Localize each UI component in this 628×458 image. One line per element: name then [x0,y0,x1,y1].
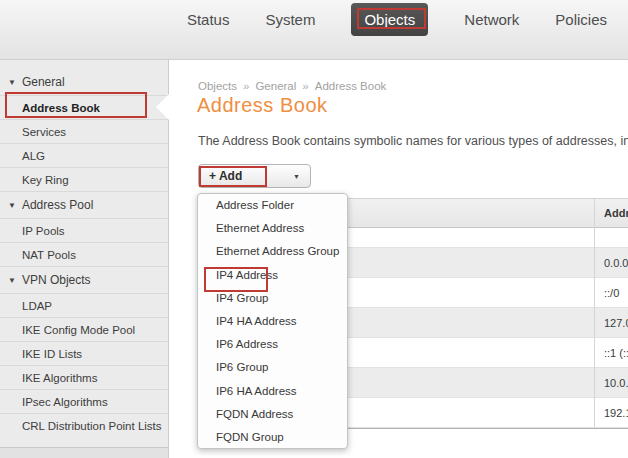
column-divider [594,199,595,428]
breadcrumb-separator: » [302,80,308,92]
main-content: Objects»General»Address Book Address Boo… [170,60,628,458]
nav-tab-objects[interactable]: Objects [351,3,428,36]
sidebar-item-ldap[interactable]: LDAP [0,294,168,318]
selected-item-notch [156,93,170,121]
menu-item-fqdn-address[interactable]: FQDN Address [198,403,347,426]
menu-item-ip4-address[interactable]: IP4 Address [198,264,347,287]
cell-address: 192.16 [604,407,628,419]
cell-address: 127.0.0 [604,317,628,329]
menu-item-ip6-address[interactable]: IP6 Address [198,333,347,356]
main-nav: Status System Objects Network Policies [187,3,607,35]
menu-item-address-folder[interactable]: Address Folder [198,194,347,217]
sidebar-footer-strip [0,447,168,458]
sidebar-item-key-ring[interactable]: Key Ring [0,168,168,192]
sidebar-section-label: General [22,75,65,89]
sidebar-item-ike-config-mode-pool[interactable]: IKE Config Mode Pool [0,318,168,342]
breadcrumb-separator: » [243,80,249,92]
sidebar-item-ipsec-algorithms[interactable]: IPsec Algorithms [0,390,168,414]
sidebar-section-general[interactable]: ▼General [0,69,168,96]
sidebar-section-address-pool[interactable]: ▼Address Pool [0,192,168,219]
nav-tab-network[interactable]: Network [464,11,519,28]
breadcrumb: Objects»General»Address Book [198,80,386,92]
sidebar-item-crl-distribution-point-lists[interactable]: CRL Distribution Point Lists [0,414,168,438]
menu-item-ethernet-address-group[interactable]: Ethernet Address Group [198,240,347,263]
column-header-address: Address [604,207,628,219]
page-description: The Address Book contains symbolic names… [198,134,628,148]
sidebar: ▼General Address Book Services ALG Key R… [0,60,169,458]
sidebar-item-services[interactable]: Services [0,120,168,144]
app-window: Status System Objects Network Policies ▼… [0,0,628,458]
sidebar-section-label: VPN Objects [22,273,91,287]
menu-item-ip4-group[interactable]: IP4 Group [198,287,347,310]
collapse-triangle-icon: ▼ [8,201,16,210]
nav-tab-policies[interactable]: Policies [555,11,607,28]
add-dropdown-menu: Address Folder Ethernet Address Ethernet… [197,193,348,449]
nav-tab-status[interactable]: Status [187,11,230,28]
menu-item-ip4-ha-address[interactable]: IP4 HA Address [198,310,347,333]
sidebar-item-alg[interactable]: ALG [0,144,168,168]
sidebar-item-ike-id-lists[interactable]: IKE ID Lists [0,342,168,366]
breadcrumb-general[interactable]: General [255,80,296,92]
menu-item-fqdn-group[interactable]: FQDN Group [198,426,347,449]
collapse-triangle-icon: ▼ [8,276,16,285]
menu-item-ip6-group[interactable]: IP6 Group [198,356,347,379]
add-button-label: + Add [209,169,242,183]
nav-tab-system[interactable]: System [265,11,315,28]
sidebar-section-label: Address Pool [22,198,93,212]
cell-address: ::/0 [604,287,619,299]
top-navbar: Status System Objects Network Policies [0,0,628,60]
cell-address: ::1 (::2 [604,347,628,359]
chevron-down-icon: ▼ [293,173,300,180]
page-title: Address Book [197,94,328,117]
add-button[interactable]: + Add ▼ [198,164,311,188]
cell-address: 0.0.0.0 [604,257,628,269]
breadcrumb-current: Address Book [315,80,387,92]
sidebar-section-vpn-objects[interactable]: ▼VPN Objects [0,267,168,294]
menu-item-ip6-ha-address[interactable]: IP6 HA Address [198,380,347,403]
collapse-triangle-icon: ▼ [8,78,16,87]
menu-item-ethernet-address[interactable]: Ethernet Address [198,217,347,240]
sidebar-item-ip-pools[interactable]: IP Pools [0,219,168,243]
cell-address: 10.0.0 [604,377,628,389]
sidebar-item-nat-pools[interactable]: NAT Pools [0,243,168,267]
sidebar-item-address-book[interactable]: Address Book [0,96,168,120]
sidebar-item-ike-algorithms[interactable]: IKE Algorithms [0,366,168,390]
breadcrumb-objects[interactable]: Objects [198,80,237,92]
